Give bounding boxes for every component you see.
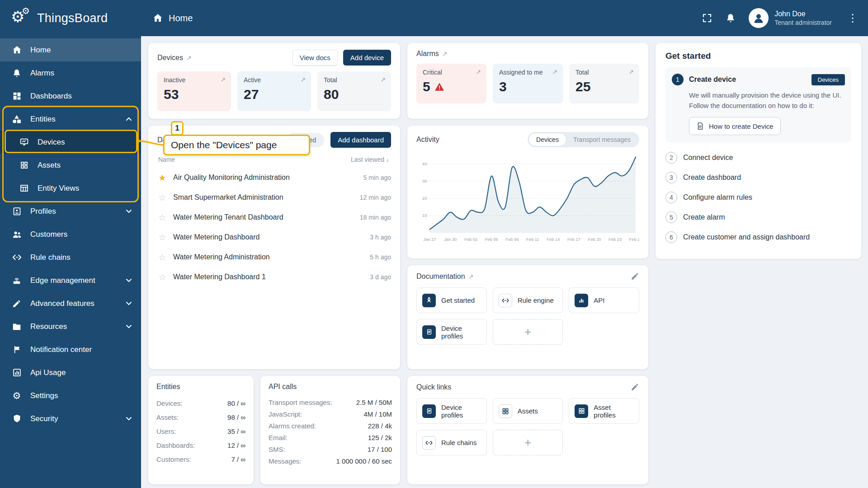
sidebar-item-label: Alarms (30, 69, 54, 78)
total-alarms-tile[interactable]: Total ↗ 25 (569, 64, 639, 103)
view-docs-button[interactable]: View docs (292, 50, 338, 66)
sidebar-item-label: Devices (38, 138, 65, 147)
step-number: 6 (665, 231, 677, 243)
dashboard-row[interactable]: ☆ Water Metering Dashboard 3 h ago (157, 227, 391, 247)
quick-link-rule-chains[interactable]: Rule chains (416, 430, 487, 455)
doc-tile-rule-engine[interactable]: Rule engine (493, 287, 563, 313)
kv-label: Assets: (156, 413, 179, 421)
add-doc-link-tile[interactable]: + (493, 319, 563, 345)
toggle-devices[interactable]: Devices (529, 133, 566, 146)
sidebar: Home Alarms Dashboards Entities Devices … (0, 36, 141, 488)
sidebar-item-settings[interactable]: ⚙ Settings (0, 384, 141, 407)
sidebar-item-notification-center[interactable]: Notification center (0, 338, 141, 361)
get-started-step-4[interactable]: 4 Configure alarm rules (665, 188, 851, 207)
get-started-panel: Get started 1 Create device Devices We w… (656, 43, 861, 259)
starred-filter-chip[interactable]: Starred (287, 133, 324, 147)
get-started-step-2[interactable]: 2 Connect device (665, 148, 851, 168)
sidebar-item-api-usage[interactable]: Api Usage (0, 361, 141, 384)
avatar (749, 8, 769, 28)
star-icon[interactable]: ☆ (157, 192, 167, 203)
star-icon[interactable]: ☆ (157, 232, 167, 243)
column-header-last-viewed[interactable]: Last viewed ↓ (351, 156, 389, 163)
dashboard-name: Water Metering Dashboard 1 (173, 273, 266, 281)
dashboard-row[interactable]: ☆ Water Metering Dashboard 1 3 d ago (157, 267, 391, 287)
how-to-create-device-button[interactable]: How to create Device (689, 117, 781, 135)
sidebar-item-customers[interactable]: Customers (0, 223, 141, 246)
doc-tile-device-profiles[interactable]: Device profiles (416, 319, 487, 345)
edit-pencil-icon[interactable] (631, 383, 639, 391)
get-started-step-5[interactable]: 5 Create alarm (665, 207, 851, 227)
sidebar-item-label: Settings (30, 391, 58, 400)
breadcrumb[interactable]: Home (141, 13, 193, 23)
devices-icon (18, 137, 30, 147)
stat-value: 53 (164, 87, 225, 102)
star-icon[interactable]: ★ (157, 173, 167, 183)
open-link-icon[interactable]: ↗ (186, 54, 192, 61)
dashboards-card: Dashboards ↗ Starred Add dashboard Name … (148, 126, 400, 369)
edit-pencil-icon[interactable] (631, 272, 639, 281)
sidebar-item-devices[interactable]: Devices (0, 131, 141, 154)
open-link-icon[interactable]: ↗ (442, 50, 448, 57)
sidebar-item-label: Advanced features (30, 299, 94, 308)
get-started-step-3[interactable]: 3 Create dashboard (665, 168, 851, 188)
sidebar-item-label: Dashboards (30, 92, 72, 101)
add-device-button[interactable]: Add device (343, 50, 391, 66)
tile-label: Get started (441, 296, 475, 304)
get-started-step-6[interactable]: 6 Create customer and assign dashboard (665, 227, 851, 247)
activity-card: Activity Devices Transport messages 1020… (407, 126, 648, 258)
active-devices-tile[interactable]: Active ↗ 27 (237, 71, 311, 111)
sidebar-item-entity-views[interactable]: Entity Views (0, 177, 141, 200)
inactive-devices-tile[interactable]: Inactive ↗ 53 (157, 71, 231, 111)
last-viewed: 12 min ago (360, 194, 391, 201)
quick-link-device-profiles[interactable]: Device profiles (416, 398, 487, 424)
toggle-transport-messages[interactable]: Transport messages (566, 133, 638, 146)
fullscreen-button[interactable] (702, 13, 712, 23)
open-link-icon[interactable]: ↗ (468, 273, 474, 280)
critical-alarms-tile[interactable]: Critical ↗ 5 (416, 64, 486, 103)
open-link-icon[interactable]: ↗ (199, 136, 205, 144)
add-dashboard-button[interactable]: Add dashboard (330, 132, 391, 148)
step-1-header[interactable]: 1 Create device Devices (672, 74, 845, 85)
user-role: Tenant administrator (774, 19, 832, 27)
chevron-down-icon (126, 417, 132, 421)
star-icon[interactable]: ☆ (157, 212, 167, 223)
doc-tile-get-started[interactable]: Get started (416, 287, 487, 313)
dashboard-name: Water Metering Tenant Dashboard (173, 213, 283, 221)
entities-card-title: Entities (156, 383, 245, 391)
user-menu[interactable]: John Doe Tenant administrator (749, 8, 832, 28)
assigned-alarms-tile[interactable]: Assigned to me ↗ 3 (493, 64, 563, 103)
quick-link-assets[interactable]: Assets (493, 398, 563, 424)
quick-link-asset-profiles[interactable]: Asset profiles (569, 398, 639, 424)
sidebar-item-entities[interactable]: Entities (0, 108, 141, 131)
sidebar-item-security[interactable]: Security (0, 407, 141, 430)
dashboard-row[interactable]: ☆ Water Metering Administration 5 h ago (157, 247, 391, 267)
step-title: Connect device (683, 154, 733, 162)
sidebar-item-assets[interactable]: Assets (0, 154, 141, 177)
chevron-down-icon (126, 278, 132, 282)
sidebar-item-rule-chains[interactable]: Rule chains (0, 246, 141, 269)
kv-value: 80 / ∞ (227, 399, 245, 407)
stat-label: Assigned to me (499, 69, 557, 76)
sidebar-item-dashboards[interactable]: Dashboards (0, 84, 141, 108)
sidebar-item-resources[interactable]: Resources (0, 315, 141, 338)
dashboard-row[interactable]: ☆ Water Metering Tenant Dashboard 18 min… (157, 207, 391, 227)
notifications-bell-button[interactable] (725, 13, 736, 23)
sidebar-item-alarms[interactable]: Alarms (0, 61, 141, 84)
sidebar-item-edge-management[interactable]: Edge management (0, 269, 141, 292)
total-devices-tile[interactable]: Total ↗ 80 (317, 71, 391, 111)
thingsboard-logo[interactable]: ⚙ ⚙ ThingsBoard (0, 7, 141, 29)
sidebar-item-advanced-features[interactable]: Advanced features (0, 292, 141, 315)
star-icon[interactable]: ☆ (157, 272, 167, 282)
sidebar-item-home[interactable]: Home (0, 38, 141, 61)
add-quick-link-tile[interactable]: + (493, 430, 563, 455)
kv-value: 12 / ∞ (227, 441, 245, 449)
dashboard-name: Water Metering Administration (173, 253, 270, 261)
activity-source-toggle: Devices Transport messages (528, 132, 639, 147)
doc-tile-api[interactable]: API (569, 287, 639, 313)
dashboard-row[interactable]: ☆ Smart Supermarket Administration 12 mi… (157, 188, 391, 207)
star-icon[interactable]: ☆ (157, 252, 167, 263)
chevron-down-icon (126, 209, 132, 213)
kebab-menu-icon[interactable]: ⋮ (844, 12, 861, 24)
sidebar-item-profiles[interactable]: Profiles (0, 200, 141, 223)
dashboard-row[interactable]: ★ Air Quality Monitoring Administration … (157, 168, 391, 188)
